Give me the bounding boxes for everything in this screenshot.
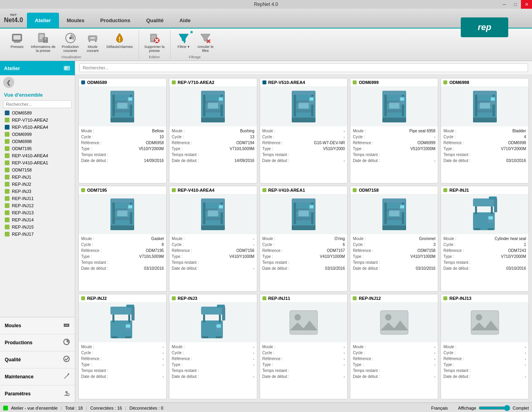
machine-info-date: Date de début : 03/10/2016: [443, 265, 526, 271]
machine-info-temps: Temps restant :: [443, 152, 526, 158]
svg-rect-67: [294, 109, 314, 113]
machine-info: Moule : Cylinder heal seal Cycle : 1 Réf…: [441, 234, 528, 273]
svg-rect-82: [382, 118, 406, 122]
machine-card-title: REP-INJ1: [449, 188, 469, 193]
machine-info-temps: Temps restant :: [81, 152, 164, 158]
sidebar-nav-maintenance[interactable]: Maintenance: [0, 368, 75, 385]
toolbar: Presses Informations dela presse: [0, 29, 532, 61]
title-bar: RepNet 4.0 ─ □ ✕: [0, 0, 532, 9]
toolbar-btn-supprimer[interactable]: Supprimer lapresse: [142, 30, 167, 54]
maximize-button[interactable]: □: [510, 0, 521, 9]
toolbar-btn-filtrer[interactable]: ▼ Filtrer ▾: [174, 30, 194, 54]
machine-info-temps: Temps restant :: [443, 259, 526, 265]
sidebar-item-rep-inj12[interactable]: REP-INJ12: [0, 202, 75, 209]
toolbar-btn-moule-courant[interactable]: Moulecourant: [83, 30, 103, 54]
machine-card-rep-inj12[interactable]: REP-INJ12 Moule : - Cycle : - Référence …: [350, 294, 438, 399]
sidebar-item-odm6589[interactable]: ODM6589: [0, 109, 75, 116]
sidebar-nav-label: Productions: [5, 340, 32, 345]
sidebar-nav-label: Maintenance: [5, 374, 34, 380]
machine-info: Moule : Bladder Cycle : 4 Référence : OD…: [441, 126, 528, 165]
machine-card-rep-inj1[interactable]: REP-INJ1 Moule : Cylinder heal seal Cycl…: [441, 186, 529, 291]
sidebar-item-odm7195[interactable]: ODM7195: [0, 145, 75, 152]
machine-info: Moule : Grommet Cycle : 3 Référence : OD…: [350, 234, 438, 273]
sidebar-item-rep-inj2[interactable]: REP-INJ2: [0, 181, 75, 188]
machine-status-dot: [5, 175, 10, 179]
zoom-slider[interactable]: [479, 405, 510, 411]
machine-info-type: Type : V710/Y2000M: [443, 254, 526, 259]
machine-card-odm6999[interactable]: ODM6999 Moule : Pipe seal 6958 Cycl: [350, 78, 438, 183]
svg-rect-107: [203, 217, 223, 220]
machine-card-rep-inj2[interactable]: REP-INJ2 Moule : - Cycle : -: [78, 294, 167, 399]
toolbar-btn-prod-courante[interactable]: Productioncourante: [59, 30, 81, 54]
sidebar-item-rep-inj13[interactable]: REP-INJ13: [0, 209, 75, 216]
sidebar-nav-qualite[interactable]: Qualité: [0, 351, 75, 368]
rep-logo: rep: [461, 17, 508, 37]
machine-info-date: Date de début : -: [353, 374, 435, 380]
close-button[interactable]: ✕: [521, 0, 532, 9]
sidebar-item-rep-inj17[interactable]: REP-INJ17: [0, 231, 75, 238]
tab-productions[interactable]: Productions: [92, 13, 138, 28]
tab-atelier[interactable]: Atelier: [27, 13, 59, 28]
sidebar-header-icon: [63, 64, 71, 72]
machine-card-rep-inj11[interactable]: REP-INJ11 Moule : - Cycle : - Référence …: [260, 294, 348, 399]
sidebar-item-odm6999[interactable]: ODM6999: [0, 131, 75, 138]
sidebar-machine-label: REP-INJ12: [12, 203, 34, 208]
toolbar-btn-annuler-filtre[interactable]: Annuler lefiltre: [195, 30, 216, 54]
machine-info-temps: Temps restant :: [262, 152, 345, 158]
minimize-button[interactable]: ─: [499, 0, 510, 9]
sidebar-nav-moules[interactable]: Moules: [0, 317, 75, 334]
machine-card-rep-inj13[interactable]: REP-INJ13 Moule : - Cycle : - Référence …: [441, 294, 529, 399]
machine-card-odm6589[interactable]: ODM6589 Moule : Bellow Cycle :: [78, 78, 167, 183]
svg-point-37: [68, 373, 69, 375]
back-button[interactable]: ❮: [3, 77, 14, 88]
machine-card-title: REP-INJ3: [178, 296, 198, 301]
machine-card-rep-v410-area1[interactable]: REP-V410-AREA1 Moule : O'ring Cycle: [260, 186, 348, 291]
tab-qualite[interactable]: Qualité: [138, 13, 171, 28]
logo-top-text: REP: [10, 13, 17, 17]
sidebar-item-rep-inj1[interactable]: REP-INJ1: [0, 174, 75, 181]
machine-info: Moule : Pipe seal 6958 Cycle : - Référen…: [350, 126, 438, 165]
sidebar-nav-productions[interactable]: Productions: [0, 334, 75, 351]
sidebar-item-rep-inj3[interactable]: REP-INJ3: [0, 188, 75, 195]
sidebar-nav-parametres[interactable]: Paramètres: [0, 385, 75, 402]
sidebar-item-rep-inj11[interactable]: REP-INJ11: [0, 195, 75, 202]
sidebar-item-odm7158[interactable]: ODM7158: [0, 166, 75, 174]
sidebar-item-rep-v710-area2[interactable]: REP-V710-AREA2: [0, 116, 75, 124]
sidebar-item-rep-v410-area4[interactable]: REP-V410-AREA4: [0, 152, 75, 159]
sidebar-search-input[interactable]: [3, 100, 72, 108]
machine-card-rep-v710-area2[interactable]: REP-V710-AREA2 Moule : Bushing Cycl: [169, 78, 257, 183]
machine-card-rep-inj3[interactable]: REP-INJ3 Moule : - Cycle : -: [169, 294, 257, 399]
svg-rect-166: [380, 311, 408, 334]
machine-info-reference: Référence : -: [443, 356, 526, 362]
sidebar-item-rep-v510-area4[interactable]: REP-V510-AREA4: [0, 124, 75, 131]
sidebar-item-rep-inj14[interactable]: REP-INJ14: [0, 216, 75, 223]
sidebar-item-rep-v410-area1[interactable]: REP-V410-AREA1: [0, 159, 75, 166]
machine-card-rep-v410-area4[interactable]: REP-V410-AREA4 Moule : - Cycle :: [169, 186, 257, 291]
svg-rect-168: [471, 311, 499, 334]
content-search-input[interactable]: [79, 63, 528, 72]
toolbar-group-edition: Supprimer lapresse Edition: [139, 30, 171, 59]
machine-card-rep-v510-area4[interactable]: REP-V510-AREA4 Moule : - Cycle :: [260, 78, 348, 183]
sidebar-item-odm6998[interactable]: ODM6998: [0, 138, 75, 145]
svg-point-167: [385, 314, 391, 320]
moules-icon: [63, 321, 70, 330]
sidebar-header: Atelier: [0, 61, 75, 75]
tab-aide[interactable]: Aide: [171, 13, 198, 28]
sidebar-nav-label: Paramètres: [5, 391, 30, 397]
info-presse-label: Informations dela presse: [31, 45, 55, 53]
machine-info-temps: Temps restant :: [262, 259, 345, 265]
machine-card-odm6998[interactable]: ODM6998 Moule : Bladder Cycle :: [441, 78, 529, 183]
machine-card-odm7195[interactable]: ODM7195 Moule : Gasket Cycle :: [78, 186, 167, 291]
machine-info-reference: Référence : ODM7194: [172, 140, 255, 146]
toolbar-btn-presses[interactable]: Presses: [7, 30, 27, 54]
toolbar-btn-defauts[interactable]: Défauts/Alarmes: [104, 30, 135, 54]
machine-info-type: Type : V510/Y2000M: [353, 146, 435, 152]
sidebar-item-rep-inj15[interactable]: REP-INJ15: [0, 223, 75, 231]
machine-image: [441, 303, 528, 342]
machine-info-cycle: Cycle : 1: [443, 242, 526, 248]
machine-card-odm7158[interactable]: ODM7158 Moule : Grommet Cycle :: [350, 186, 438, 291]
toolbar-btn-info-presse[interactable]: Informations dela presse: [28, 30, 58, 54]
machine-card-header: ODM6998: [441, 78, 528, 87]
tab-moules[interactable]: Moules: [59, 13, 93, 28]
view-mode-label: Complet: [513, 406, 529, 410]
